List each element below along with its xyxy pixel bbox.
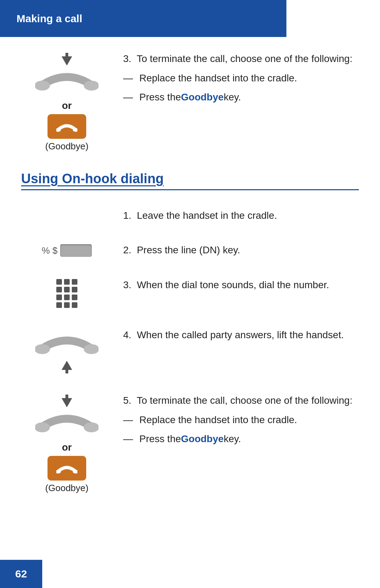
icon-col-handset-up [21,327,113,373]
goodbye-keyword-2: Goodbye [181,431,223,446]
icon-col-handset-goodbye-2: or (Goodbye) [21,393,113,494]
step-5-text: 5. To terminate the call, choose one of … [123,393,359,408]
handset-down-icon [35,66,99,97]
svg-point-6 [35,344,50,354]
text-col-5: 5. To terminate the call, choose one of … [113,393,359,450]
page-title: Making a call [17,13,82,25]
arrow-down-icon [58,53,76,66]
goodbye-caption-1: (Goodbye) [45,141,89,152]
handset-down-icon-wrap-2 [35,395,99,439]
bullet-goodbye-key-1: Press the Goodbye key. [123,89,359,105]
icon-col-keypad [21,277,113,308]
text-col-3: 3. When the dial tone sounds, dial the n… [113,277,359,292]
step-5-bullets: Replace the handset into the cradle. Pre… [123,412,359,446]
keypad-icon [56,279,77,308]
handset-down-icon-wrap [35,53,99,97]
step-3-text-2: 3. When the dial tone sounds, dial the n… [123,277,359,292]
arrow-down-icon-2 [58,395,76,407]
goodbye-button-icon [48,114,86,139]
step-row-terminate: or (Goodbye) 3. To terminate the call, c… [21,51,359,152]
icon-col-linekey: % $ [21,242,113,257]
handset-up-icon [35,329,99,361]
step-4-text: 4. When the called party answers, lift t… [123,327,359,342]
svg-marker-10 [62,398,72,407]
icon-col-empty-1 [21,208,113,210]
svg-point-3 [84,81,99,91]
text-col-4: 4. When the called party answers, lift t… [113,327,359,342]
goodbye-phone-icon [56,119,77,134]
step-row-3: 3. When the dial tone sounds, dial the n… [21,277,359,308]
step-3-bullets-1: Replace the handset into the cradle. Pre… [123,70,359,105]
svg-rect-9 [65,369,68,373]
line-key-icon-wrap: % $ [42,244,92,257]
footer: 62 [0,560,42,588]
bullet-goodbye-key-2: Press the Goodbye key. [123,431,359,446]
section-heading-onhook: Using On-hook dialing [21,171,359,190]
text-col-terminate-1: 3. To terminate the call, choose one of … [113,51,359,108]
goodbye-keyword-1: Goodbye [181,89,223,105]
header-bar: Making a call [0,0,286,37]
handset-down-icon-2 [35,407,99,439]
step-3-text-1: 3. To terminate the call, choose one of … [123,51,359,66]
svg-marker-0 [62,56,72,66]
svg-point-12 [35,422,50,432]
svg-point-7 [84,344,99,354]
step-row-5: or (Goodbye) 5. To terminate the call, c… [21,393,359,494]
goodbye-caption-2: (Goodbye) [45,483,89,494]
svg-point-2 [35,81,50,91]
bullet-replace-handset-1: Replace the handset into the cradle. [123,70,359,86]
bullet-replace-handset-2: Replace the handset into the cradle. [123,412,359,427]
line-key-rect-icon [60,244,92,257]
svg-rect-1 [65,53,68,57]
or-label-2: or [62,442,72,453]
text-col-1: 1. Leave the handset in the cradle. [113,208,359,223]
svg-marker-8 [62,361,72,370]
step-1-text: 1. Leave the handset in the cradle. [123,208,359,223]
or-label-1: or [62,100,72,111]
section-title-onhook: Using On-hook dialing [21,171,359,190]
arrow-up-icon [58,361,76,373]
step-row-2: % $ 2. Press the line (DN) key. [21,242,359,258]
text-col-2: 2. Press the line (DN) key. [113,242,359,258]
goodbye-button-icon-2 [48,456,86,481]
icon-col-handset-goodbye: or (Goodbye) [21,51,113,152]
handset-up-icon-wrap [35,329,99,373]
goodbye-phone-icon-2 [56,461,77,476]
svg-rect-11 [65,395,68,399]
step-row-1: 1. Leave the handset in the cradle. [21,208,359,223]
step-row-4: 4. When the called party answers, lift t… [21,327,359,373]
main-content: or (Goodbye) 3. To terminate the call, c… [0,37,380,534]
page-number: 62 [15,568,27,580]
svg-point-13 [84,422,99,432]
step-2-text: 2. Press the line (DN) key. [123,242,359,258]
line-key-prefix-label: % $ [42,245,58,256]
